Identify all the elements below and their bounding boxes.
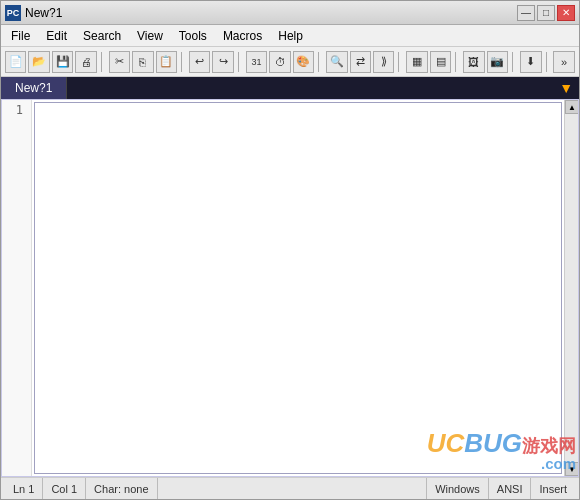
undo-button[interactable]: ↩ <box>189 51 210 73</box>
scroll-track[interactable] <box>565 114 578 462</box>
save-button[interactable]: 💾 <box>52 51 73 73</box>
status-ln: Ln 1 <box>5 478 43 499</box>
menu-help[interactable]: Help <box>270 27 311 45</box>
toolbar-separator-2 <box>181 52 185 72</box>
new-button[interactable]: 📄 <box>5 51 26 73</box>
status-mode: Insert <box>531 478 575 499</box>
print-button[interactable]: 🖨 <box>75 51 96 73</box>
tab-download-icon[interactable]: ▼ <box>559 80 573 96</box>
img-preview-button[interactable]: 🖼 <box>463 51 484 73</box>
toolbar-separator-1 <box>101 52 105 72</box>
toolbar: 📄 📂 💾 🖨 ✂ ⎘ 📋 ↩ ↪ 31 ⏱ 🎨 🔍 ⇄ ⟫ ▦ ▤ 🖼 📷 <box>1 47 579 77</box>
replace-button[interactable]: ⇄ <box>350 51 371 73</box>
menu-search[interactable]: Search <box>75 27 129 45</box>
toolbar-separator-6 <box>455 52 459 72</box>
calendar-button[interactable]: 31 <box>246 51 267 73</box>
toolbar-separator-5 <box>398 52 402 72</box>
status-spacer <box>158 478 428 499</box>
tab-new1[interactable]: New?1 <box>1 77 67 99</box>
status-line-ending: Windows <box>427 478 489 499</box>
status-char: Char: none <box>86 478 157 499</box>
editor-textarea[interactable] <box>35 103 561 473</box>
find-button[interactable]: 🔍 <box>326 51 347 73</box>
line-number-1: 1 <box>2 102 27 118</box>
time-button[interactable]: ⏱ <box>269 51 290 73</box>
tab-bar: New?1 ▼ <box>1 77 579 99</box>
find-next-button[interactable]: ⟫ <box>373 51 394 73</box>
title-bar: PC New?1 — □ ✕ <box>1 1 579 25</box>
status-encoding: ANSI <box>489 478 532 499</box>
snap-button[interactable]: 📷 <box>487 51 508 73</box>
menu-file[interactable]: File <box>3 27 38 45</box>
menu-view[interactable]: View <box>129 27 171 45</box>
app-icon: PC <box>5 5 21 21</box>
paste-button[interactable]: 📋 <box>156 51 177 73</box>
window-title: New?1 <box>25 6 62 20</box>
line-numbers: 1 <box>2 100 32 476</box>
more-button[interactable]: » <box>553 51 574 73</box>
editor-content[interactable] <box>34 102 562 474</box>
menu-macros[interactable]: Macros <box>215 27 270 45</box>
minimize-button[interactable]: — <box>517 5 535 21</box>
grid-button[interactable]: ▦ <box>406 51 427 73</box>
toolbar-separator-4 <box>318 52 322 72</box>
scroll-down-button[interactable]: ▼ <box>565 462 579 476</box>
copy-button[interactable]: ⎘ <box>132 51 153 73</box>
toolbar-separator-7 <box>512 52 516 72</box>
close-button[interactable]: ✕ <box>557 5 575 21</box>
menu-edit[interactable]: Edit <box>38 27 75 45</box>
status-bar: Ln 1 Col 1 Char: none Windows ANSI Inser… <box>1 477 579 499</box>
menu-bar: File Edit Search View Tools Macros Help <box>1 25 579 47</box>
menu-tools[interactable]: Tools <box>171 27 215 45</box>
window-controls: — □ ✕ <box>517 5 575 21</box>
download-button[interactable]: ⬇ <box>520 51 541 73</box>
redo-button[interactable]: ↪ <box>212 51 233 73</box>
vertical-scrollbar[interactable]: ▲ ▼ <box>564 100 578 476</box>
tiles-button[interactable]: ▤ <box>430 51 451 73</box>
toolbar-separator-3 <box>238 52 242 72</box>
color-picker-button[interactable]: 🎨 <box>293 51 314 73</box>
open-button[interactable]: 📂 <box>28 51 49 73</box>
status-col: Col 1 <box>43 478 86 499</box>
cut-button[interactable]: ✂ <box>109 51 130 73</box>
editor-area: 1 ▲ ▼ <box>1 99 579 477</box>
toolbar-separator-8 <box>546 52 550 72</box>
scroll-up-button[interactable]: ▲ <box>565 100 579 114</box>
maximize-button[interactable]: □ <box>537 5 555 21</box>
